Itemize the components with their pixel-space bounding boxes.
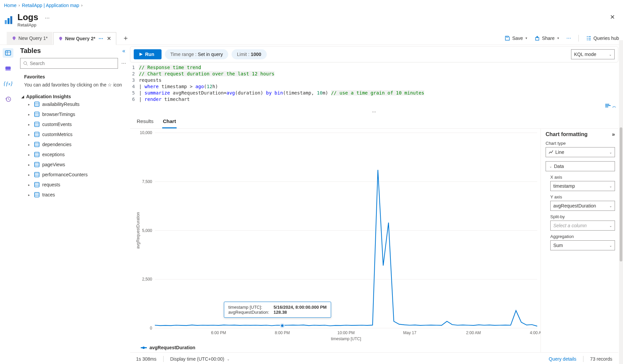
fmt-charttype-select[interactable]: Line ⌄ — [546, 147, 615, 157]
svg-text:0: 0 — [150, 326, 152, 330]
fmt-splitby-select[interactable]: Select a column⌄ — [550, 221, 615, 231]
format-icon[interactable] — [605, 103, 611, 108]
tab-chart[interactable]: Chart — [162, 116, 177, 128]
fmt-data-section[interactable]: ⌄ Data — [546, 161, 615, 171]
query-editor[interactable]: 123456 // Response time trend// Chart re… — [130, 62, 618, 103]
table-icon — [34, 142, 40, 147]
tree-item-requests[interactable]: ▸requests — [16, 180, 127, 190]
search-input[interactable] — [20, 58, 118, 69]
tree-item-customEvents[interactable]: ▸customEvents — [16, 119, 127, 129]
resize-handle[interactable]: ⋯ — [130, 110, 618, 114]
timerange-pill[interactable]: Time range : Set in query — [165, 49, 228, 59]
search-icon — [23, 61, 28, 66]
tree-item-availabilityResults[interactable]: ▸availabilityResults — [16, 99, 127, 109]
svg-text:4:00 AM: 4:00 AM — [530, 330, 541, 335]
caret-right-icon: ▸ — [28, 103, 32, 106]
more-icon[interactable]: ⋯ — [45, 15, 50, 21]
caret-right-icon: ▸ — [28, 133, 32, 136]
favorites-hint: You can add favorites by clicking on the… — [24, 81, 122, 88]
fmt-agg-label: Aggregation — [550, 234, 615, 239]
play-icon — [139, 52, 143, 56]
svg-text:6:00 PM: 6:00 PM — [211, 330, 226, 335]
chart-canvas[interactable]: 02,5005,0007,50010,000avgRequestDuration… — [135, 130, 541, 342]
fmt-splitby-label: Split-by — [550, 214, 615, 219]
caret-right-icon: ▸ — [28, 163, 32, 167]
favorites-heading: Favorites — [24, 74, 127, 79]
svg-rect-0 — [5, 20, 7, 24]
close-icon[interactable]: ✕ — [607, 12, 618, 22]
caret-right-icon: ▸ — [28, 173, 32, 177]
run-button[interactable]: Run — [134, 49, 162, 59]
svg-rect-21 — [35, 182, 39, 187]
table-icon — [34, 152, 40, 157]
share-button[interactable]: Share ▾ — [535, 36, 559, 41]
table-icon — [34, 192, 40, 197]
svg-rect-10 — [5, 69, 11, 70]
svg-rect-18 — [35, 152, 39, 157]
svg-text:May 17: May 17 — [403, 330, 417, 335]
svg-rect-16 — [35, 132, 39, 137]
svg-rect-8 — [5, 51, 11, 55]
chevron-down-icon: ▾ — [525, 36, 527, 40]
tree-item-customMetrics[interactable]: ▸customMetrics — [16, 129, 127, 139]
caret-right-icon: ▸ — [28, 193, 32, 197]
side-title: Tables — [16, 47, 41, 55]
tab-results[interactable]: Results — [136, 116, 154, 128]
tree-item-exceptions[interactable]: ▸exceptions — [16, 149, 127, 160]
scrollbar-vertical[interactable] — [619, 40, 623, 364]
svg-rect-17 — [35, 142, 39, 147]
breadcrumb-appmap[interactable]: RetailApp | Application map — [22, 3, 79, 8]
table-icon — [34, 132, 40, 137]
svg-rect-2 — [10, 16, 12, 24]
share-icon — [535, 36, 540, 41]
status-records: 73 records — [590, 356, 612, 362]
mode-select[interactable]: KQL mode ⌄ — [571, 49, 615, 59]
queries-hub-button[interactable]: Queries hub — [586, 36, 619, 41]
tree-item-performanceCounters[interactable]: ▸performanceCounters — [16, 170, 127, 180]
search-more-icon[interactable]: ⋯ — [120, 61, 127, 66]
svg-point-42 — [281, 324, 284, 327]
breadcrumb: Home › RetailApp | Application map › — [0, 0, 623, 11]
fmt-agg-select[interactable]: Sum⌄ — [550, 240, 615, 250]
rail-history-icon[interactable] — [3, 95, 13, 104]
status-elapsed: 1s 308ms — [136, 356, 157, 362]
display-time-select[interactable]: Display time (UTC+00:00)⌄ — [170, 356, 230, 362]
query-tab-1[interactable]: New Query 1* — [7, 32, 53, 45]
caret-right-icon: ▸ — [28, 113, 32, 116]
fmt-yaxis-select[interactable]: avgRequestDuration⌄ — [550, 201, 615, 211]
add-tab-button[interactable]: ＋ — [120, 34, 132, 43]
collapse-fmt-icon[interactable]: » — [612, 131, 615, 137]
bulb-icon — [12, 36, 16, 41]
limit-pill[interactable]: Limit : 1000 — [232, 49, 267, 59]
tab-more-icon[interactable]: ⋯ — [99, 36, 104, 41]
expand-icon[interactable]: ︽ — [612, 103, 616, 109]
fmt-xaxis-select[interactable]: timestamp⌄ — [550, 181, 615, 191]
caret-down-icon: ◢ — [21, 95, 24, 99]
svg-rect-1 — [8, 18, 10, 24]
tree-item-dependencies[interactable]: ▸dependencies — [16, 139, 127, 149]
rail-functions-icon[interactable]: {ƒx} — [3, 79, 13, 88]
svg-text:2:00 AM: 2:00 AM — [466, 330, 481, 335]
svg-rect-22 — [35, 192, 39, 197]
save-button[interactable]: Save ▾ — [505, 36, 527, 41]
more-button[interactable]: ⋯ — [566, 36, 571, 41]
caret-right-icon: ▸ — [28, 183, 32, 187]
page-subtitle: RetailApp — [17, 22, 38, 27]
tree-item-browserTimings[interactable]: ▸browserTimings — [16, 109, 127, 119]
svg-point-5 — [59, 37, 62, 40]
svg-rect-15 — [35, 122, 39, 127]
rail-queries-icon[interactable] — [3, 64, 13, 73]
tab-close-icon[interactable]: ✕ — [107, 36, 111, 42]
tree-group-ai[interactable]: ◢ Application Insights — [21, 94, 127, 99]
breadcrumb-home[interactable]: Home — [4, 3, 16, 8]
rail-tables-icon[interactable] — [3, 48, 13, 58]
tree-item-traces[interactable]: ▸traces — [16, 190, 127, 200]
tree-item-pageViews[interactable]: ▸pageViews — [16, 160, 127, 170]
collapse-panel-icon[interactable]: « — [122, 48, 127, 54]
table-icon — [34, 112, 40, 117]
caret-right-icon: ▸ — [28, 123, 32, 126]
svg-rect-9 — [5, 66, 11, 69]
query-tab-2[interactable]: New Query 2* ⋯ ✕ — [53, 32, 116, 45]
query-details-link[interactable]: Query details — [549, 356, 576, 362]
caret-right-icon: ▸ — [28, 153, 32, 157]
